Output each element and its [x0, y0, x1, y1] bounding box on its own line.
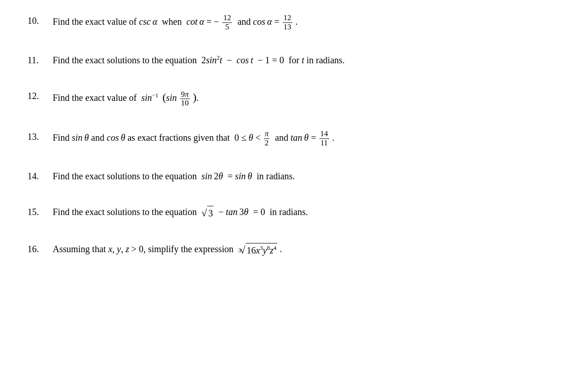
problem-number-15: 15.: [27, 205, 53, 219]
problem-number-12: 12.: [27, 89, 53, 103]
problem-16: 16. Assuming that x, y, z > 0, simplify …: [27, 242, 561, 257]
problem-number-16: 16.: [27, 242, 53, 256]
problem-12: 12. Find the exact value of sin−1 (sin 9…: [27, 89, 561, 108]
problem-number-11: 11.: [27, 53, 53, 67]
problem-number-10: 10.: [27, 14, 53, 28]
problem-text-10: Find the exact value of csc α when cot α…: [53, 14, 561, 31]
problem-11: 11. Find the exact solutions to the equa…: [27, 53, 561, 67]
problem-text-14: Find the exact solutions to the equation…: [53, 169, 561, 183]
problem-text-13: Find sin θ and cos θ as exact fractions …: [53, 130, 561, 147]
problem-text-11: Find the exact solutions to the equation…: [53, 53, 561, 67]
problem-text-15: Find the exact solutions to the equation…: [53, 205, 561, 220]
problem-14: 14. Find the exact solutions to the equa…: [27, 169, 561, 183]
problem-number-14: 14.: [27, 169, 53, 183]
problem-text-12: Find the exact value of sin−1 (sin 9π 10…: [53, 89, 561, 108]
problem-number-13: 13.: [27, 130, 53, 144]
problem-10: 10. Find the exact value of csc α when c…: [27, 14, 561, 31]
problem-13: 13. Find sin θ and cos θ as exact fracti…: [27, 130, 561, 147]
problem-text-16: Assuming that x, y, z > 0, simplify the …: [53, 242, 561, 257]
problem-15: 15. Find the exact solutions to the equa…: [27, 205, 561, 220]
